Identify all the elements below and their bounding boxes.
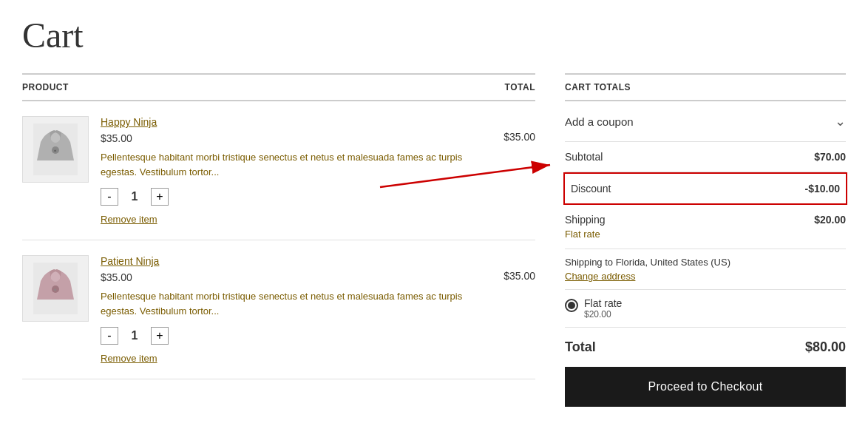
- product-desc-1: Pellentesque habitant morbi tristique se…: [101, 150, 472, 179]
- remove-item-2[interactable]: Remove item: [101, 353, 157, 364]
- coupon-label: Add a coupon: [565, 115, 634, 128]
- cart-table-header: PRODUCT TOTAL: [22, 73, 535, 101]
- radio-button[interactable]: [565, 299, 578, 312]
- page-container: Cart PRODUCT TOTAL ✶: [0, 0, 868, 422]
- product-price-2: $35.00: [101, 271, 472, 283]
- product-image-1: ✶: [22, 116, 89, 183]
- shipping-address: Shipping to Florida, United States (US) …: [565, 249, 846, 290]
- cart-item: ✶ Patient Ninja $35.00 Pellentesque habi…: [22, 240, 535, 379]
- cart-item: ✶ Happy Ninja $35.00 Pellentesque habita…: [22, 101, 535, 240]
- quantity-control-1: - 1 +: [101, 188, 472, 206]
- subtotal-label: Subtotal: [565, 151, 603, 163]
- total-value: $80.00: [805, 339, 846, 355]
- cart-item-1-details: Happy Ninja $35.00 Pellentesque habitant…: [101, 116, 472, 225]
- svg-text:✶: ✶: [53, 288, 57, 292]
- product-desc-2: Pellentesque habitant morbi tristique se…: [101, 289, 472, 318]
- discount-value: -$10.00: [805, 183, 840, 195]
- total-column-header: TOTAL: [505, 82, 535, 92]
- shipping-option-row[interactable]: Flat rate $20.00: [565, 290, 846, 328]
- svg-text:✶: ✶: [53, 149, 57, 153]
- subtotal-value: $70.00: [814, 151, 846, 163]
- item-total-2: $35.00: [484, 255, 535, 282]
- total-row: Total $80.00: [565, 328, 846, 367]
- shipping-value: $20.00: [814, 214, 846, 226]
- product-price-1: $35.00: [101, 132, 472, 144]
- flat-rate-details: Flat rate $20.00: [584, 297, 622, 320]
- shipping-row: Shipping $20.00 Flat rate: [565, 205, 846, 249]
- remove-item-1[interactable]: Remove item: [101, 214, 157, 225]
- qty-value-1: 1: [127, 190, 142, 203]
- radio-dot: [568, 302, 575, 309]
- product-image-2: ✶: [22, 255, 89, 322]
- product-column-header: PRODUCT: [22, 82, 69, 92]
- discount-container: Discount -$10.00: [565, 172, 846, 205]
- flat-rate-price: $20.00: [584, 309, 622, 320]
- item-total-1: $35.00: [484, 116, 535, 143]
- cart-sidebar: CART TOTALS Add a coupon ⌄ Subtotal $70.…: [565, 73, 846, 407]
- chevron-down-icon: ⌄: [835, 113, 846, 129]
- product-name-2[interactable]: Patient Ninja: [101, 255, 472, 267]
- cart-item-2-details: Patient Ninja $35.00 Pellentesque habita…: [101, 255, 472, 364]
- subtotal-row: Subtotal $70.00: [565, 142, 846, 172]
- coupon-row[interactable]: Add a coupon ⌄: [565, 101, 846, 142]
- flat-rate-label: Flat rate: [584, 297, 622, 309]
- total-label: Total: [565, 339, 596, 355]
- qty-decrease-1[interactable]: -: [101, 188, 118, 206]
- checkout-button[interactable]: Proceed to Checkout: [565, 367, 846, 407]
- quantity-control-2: - 1 +: [101, 327, 472, 345]
- cart-totals-title: CART TOTALS: [565, 73, 846, 101]
- product-name-1[interactable]: Happy Ninja: [101, 116, 472, 128]
- shipping-type: Flat rate: [565, 229, 846, 240]
- discount-label: Discount: [571, 183, 611, 195]
- shipping-label: Shipping: [565, 214, 606, 226]
- change-address-link[interactable]: Change address: [565, 271, 635, 282]
- discount-row: Discount -$10.00: [563, 172, 847, 205]
- page-title: Cart: [22, 15, 846, 55]
- qty-decrease-2[interactable]: -: [101, 327, 118, 345]
- shipping-to-text: Shipping to Florida, United States (US): [565, 257, 846, 268]
- qty-increase-1[interactable]: +: [151, 188, 169, 206]
- qty-value-2: 1: [127, 329, 142, 342]
- cart-main: PRODUCT TOTAL ✶: [22, 73, 535, 407]
- qty-increase-2[interactable]: +: [151, 327, 169, 345]
- cart-layout: PRODUCT TOTAL ✶: [22, 73, 846, 407]
